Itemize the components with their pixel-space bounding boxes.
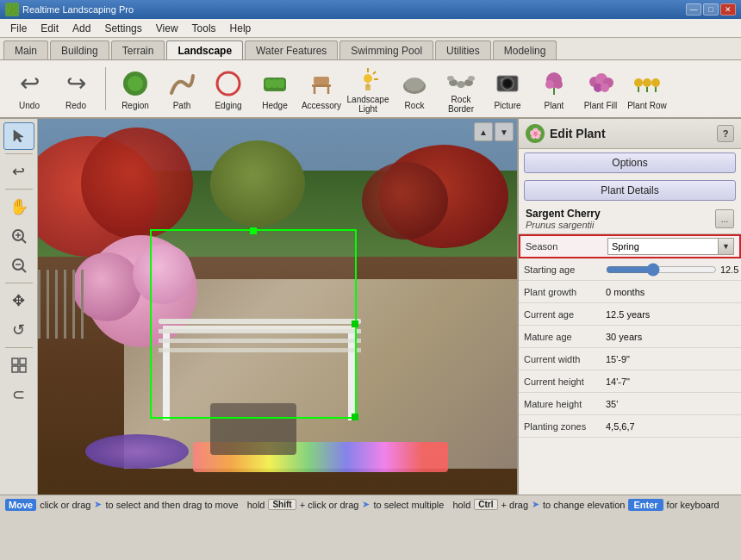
tab-modeling[interactable]: Modeling — [493, 40, 557, 59]
status-text-4: to select multiple — [373, 500, 444, 510]
starting-age-label: Starting age — [524, 264, 606, 275]
region-tool[interactable]: Region — [113, 64, 158, 114]
menu-view[interactable]: View — [149, 20, 185, 37]
main-area: ↩ ✋ ✥ ↺ ⊂ — [0, 119, 741, 495]
right-panel: 🌸 Edit Plant ? Options Plant Details Sar… — [517, 119, 741, 495]
toolbar-tabs: Main Building Terrain Landscape Water Fe… — [0, 38, 741, 60]
zoom-out-btn[interactable] — [3, 252, 34, 279]
minimize-button[interactable]: — — [686, 3, 701, 16]
accessory-tool[interactable]: Accessory — [299, 64, 344, 114]
hand-tool-btn[interactable]: ✋ — [3, 193, 34, 221]
svg-point-29 — [545, 80, 554, 89]
tab-utilities[interactable]: Utilities — [435, 40, 491, 59]
prop-current-width-value: 15'-9" — [606, 354, 736, 364]
landscape-light-tool[interactable]: Landscape Light — [346, 64, 390, 114]
scroll-down-btn[interactable]: ▼ — [495, 122, 514, 141]
season-row: Season Spring Summer Fall Winter ▼ — [519, 234, 741, 258]
status-text-3: + click or drag — [300, 500, 359, 510]
tab-water-features[interactable]: Water Features — [245, 40, 338, 59]
prop-current-width: Current width 15'-9" — [519, 348, 741, 370]
viewport[interactable]: 🧭 ▲ ▼ Top-Down Perspective Walkthrough L… — [38, 119, 517, 495]
menu-file[interactable]: File — [3, 20, 34, 37]
left-sep-2 — [5, 189, 33, 190]
shift-key: Shift — [268, 499, 296, 510]
svg-point-39 — [651, 78, 660, 87]
scientific-name: Prunus sargentii — [526, 220, 601, 230]
selection-handle-right[interactable] — [352, 320, 358, 327]
plant-name-button[interactable]: ... — [715, 209, 734, 228]
menu-edit[interactable]: Edit — [34, 20, 65, 37]
prop-mature-height: Mature height 35' — [519, 393, 741, 415]
plant-name-text: Sargent Cherry Prunus sargentii — [526, 208, 601, 230]
prop-current-age-value: 12.5 years — [606, 309, 736, 320]
tool-separator-1 — [105, 67, 106, 110]
svg-point-14 — [364, 74, 372, 83]
rock-border-tool[interactable]: Rock Border — [439, 64, 483, 114]
plant-row-icon — [632, 68, 663, 99]
cursor-arrow-1: ➤ — [94, 499, 102, 510]
undo-button[interactable]: ↩ Undo — [7, 64, 52, 114]
path-label: Path — [173, 101, 191, 110]
tab-swimming-pool[interactable]: Swimming Pool — [339, 40, 433, 59]
left-sep-1 — [5, 153, 33, 154]
selection-handle-corner[interactable] — [352, 414, 358, 420]
hedge-label: Hedge — [262, 101, 287, 110]
menu-add[interactable]: Add — [65, 20, 97, 37]
starting-age-slider[interactable] — [606, 264, 717, 276]
maximize-button[interactable]: □ — [703, 3, 719, 16]
close-button[interactable]: ✕ — [720, 3, 736, 16]
rock-border-icon — [445, 64, 476, 93]
starting-age-row: Starting age 12.5 — [519, 258, 741, 281]
plant-fill-tool[interactable]: Plant Fill — [578, 64, 623, 114]
edit-plant-title: 🌸 Edit Plant — [526, 124, 606, 143]
selection-box — [150, 229, 357, 419]
plant-tool[interactable]: Plant — [532, 64, 576, 114]
hedge-tool[interactable]: Hedge — [252, 64, 297, 114]
path-icon — [166, 68, 197, 99]
pan-btn[interactable]: ✥ — [3, 287, 34, 314]
plant-row-tool[interactable]: Plant Row — [625, 64, 669, 114]
tool-icons-bar: ↩ Undo ↪ Redo Region Path Edging — [0, 60, 741, 119]
undo-left-btn[interactable]: ↩ — [3, 158, 34, 185]
picture-tool[interactable]: Picture — [485, 64, 530, 114]
selection-handle-top[interactable] — [250, 227, 257, 234]
help-button[interactable]: ? — [717, 125, 734, 142]
select-tool-btn[interactable] — [3, 122, 34, 150]
season-dropdown[interactable]: Spring Summer Fall Winter — [607, 238, 719, 255]
options-button[interactable]: Options — [524, 152, 736, 173]
svg-rect-52 — [12, 366, 18, 372]
magnet-btn[interactable]: ⊂ — [3, 381, 34, 408]
prop-current-width-label: Current width — [524, 354, 606, 364]
picture-label: Picture — [494, 101, 520, 110]
zoom-tool-btn[interactable] — [3, 222, 34, 250]
season-dropdown-arrow[interactable]: ▼ — [719, 238, 734, 255]
purple-flowers — [85, 434, 189, 469]
svg-rect-53 — [20, 366, 26, 372]
redo-button[interactable]: ↪ Redo — [53, 64, 98, 114]
tab-building[interactable]: Building — [50, 40, 109, 59]
edit-plant-label: Edit Plant — [550, 127, 606, 140]
undo-label: Undo — [19, 101, 40, 110]
tab-main[interactable]: Main — [3, 40, 48, 59]
path-tool[interactable]: Path — [159, 64, 204, 114]
season-label: Season — [526, 241, 607, 252]
edging-tool[interactable]: Edging — [206, 64, 251, 114]
grid-btn[interactable] — [3, 352, 34, 379]
tree-green-mid — [210, 140, 305, 227]
tab-landscape[interactable]: Landscape — [166, 40, 243, 59]
plant-details-button[interactable]: Plant Details — [524, 180, 736, 201]
landscape-light-label: Landscape Light — [347, 95, 389, 114]
menu-tools[interactable]: Tools — [185, 20, 223, 37]
app-title: Realtime Landscaping Pro — [22, 4, 686, 15]
menu-help[interactable]: Help — [223, 20, 258, 37]
plant-label: Plant — [545, 101, 564, 110]
plant-icon-circle: 🌸 — [526, 124, 545, 143]
svg-point-38 — [643, 78, 651, 87]
tab-terrain[interactable]: Terrain — [111, 40, 165, 59]
menu-settings[interactable]: Settings — [97, 20, 148, 37]
rock-tool[interactable]: Rock — [392, 64, 437, 114]
svg-point-27 — [504, 80, 511, 87]
scroll-buttons: ▲ ▼ — [474, 122, 514, 141]
rotate-btn[interactable]: ↺ — [3, 316, 34, 344]
scroll-up-btn[interactable]: ▲ — [474, 122, 493, 141]
